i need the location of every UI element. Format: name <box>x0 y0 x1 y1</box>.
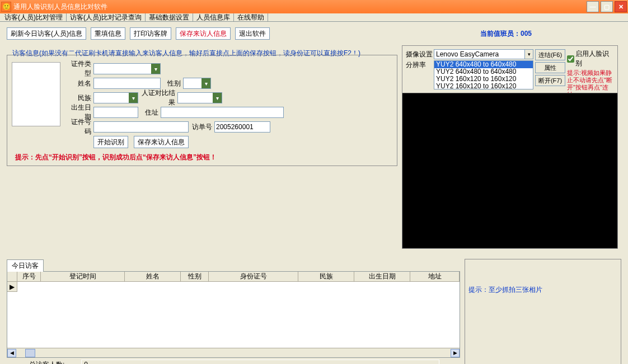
chevron-down-icon: ▾ <box>201 78 210 88</box>
camera-device-value: Lenovo EasyCamera <box>436 50 499 58</box>
row-indicator-header <box>7 272 17 281</box>
resolution-option[interactable]: YUY2 160x120 to 160x120 <box>434 83 533 89</box>
name-input[interactable] <box>93 78 161 89</box>
tab-today-visitors[interactable]: 今日访客 <box>7 259 44 272</box>
start-recognition-button[interactable]: 开始识别 <box>93 136 128 148</box>
app-icon: 🙂 <box>1 2 11 12</box>
addr-label: 住址 <box>138 108 161 117</box>
close-button[interactable]: ✕ <box>615 1 627 12</box>
visitor-table: 序号 登记时间 姓名 性别 身份证号 民族 出生日期 地址 ▶ ◀ ▶ <box>7 271 460 358</box>
reset-info-button[interactable]: 重填信息 <box>91 27 125 40</box>
photo-placeholder <box>12 62 60 126</box>
addr-input[interactable] <box>161 107 284 118</box>
refresh-today-visitors-button[interactable]: 刷新今日访客(人员)信息 <box>7 27 86 40</box>
save-visitor-button[interactable]: 保存来访人信息 <box>134 136 189 148</box>
gender-select[interactable]: ▾ <box>183 78 211 89</box>
nation-select[interactable]: ▾ <box>93 92 138 103</box>
menu-personnel-db[interactable]: 人员信息库 <box>193 13 234 22</box>
titlebar: 🙂 通用人脸识别人员信息比对软件 — ▢ ✕ <box>0 0 628 13</box>
window-title: 通用人脸识别人员信息比对软件 <box>13 2 587 12</box>
capture-hint-panel: 提示：至少抓拍三张相片 <box>465 259 621 364</box>
minimize-button[interactable]: — <box>587 1 599 12</box>
menu-online-help[interactable]: 在线帮助 <box>234 13 268 22</box>
chevron-down-icon: ▾ <box>213 93 222 103</box>
recognition-hint: 提示：先点“开始识别”按钮，识别成功后点“保存来访人信息”按钮！ <box>15 153 217 162</box>
col-birth[interactable]: 出生日期 <box>354 272 410 281</box>
compare-result-label: 人证对比结果 <box>138 88 177 107</box>
save-visitor-info-button[interactable]: 保存来访人信息 <box>176 27 231 40</box>
chevron-down-icon: ▾ <box>524 50 533 59</box>
properties-button[interactable]: 属性 <box>535 62 565 73</box>
resolution-list[interactable]: YUY2 640x480 to 640x480 YUY2 640x480 to … <box>434 60 533 89</box>
id-no-input[interactable] <box>93 121 189 133</box>
id-type-select[interactable]: ▾ <box>93 63 161 74</box>
compare-result-select[interactable]: ▾ <box>177 92 222 103</box>
table-body: ▶ <box>7 282 460 348</box>
total-visitors-label: 总访客人数: <box>29 360 64 365</box>
nation-label: 民族 <box>65 93 93 103</box>
video-preview <box>402 93 617 248</box>
scroll-thumb[interactable] <box>25 349 35 357</box>
menu-base-data-settings[interactable]: 基础数据设置 <box>146 13 193 22</box>
camera-device-select[interactable]: Lenovo EasyCamera ▾ <box>434 49 533 59</box>
disconnect-button[interactable]: 断开(F7) <box>535 75 565 86</box>
capture-hint: 提示：至少抓拍三张相片 <box>468 285 617 295</box>
col-gender[interactable]: 性别 <box>181 272 209 281</box>
col-id-no[interactable]: 身份证号 <box>209 272 298 281</box>
col-nation[interactable]: 民族 <box>298 272 354 281</box>
visit-no-label: 访单号 <box>189 122 214 132</box>
name-label: 姓名 <box>65 79 93 88</box>
visitor-info-fieldset: 证件类型 ▾ 姓名 性别 ▾ 民族 ▾ 人证对比结果 ▾ 出生日期 <box>7 55 397 166</box>
connect-button[interactable]: 连结(F6) <box>535 49 565 60</box>
current-row-marker: ▶ <box>7 282 17 292</box>
resolution-label: 分辨率 <box>406 60 434 70</box>
total-visitors-value: 0 <box>81 360 439 364</box>
col-seq[interactable]: 序号 <box>17 272 41 281</box>
menubar: 访客(人员)比对管理 访客(人员)比对记录查询 基础数据设置 人员信息库 在线帮… <box>0 13 628 22</box>
birth-input[interactable] <box>93 107 138 118</box>
visit-no-input[interactable] <box>214 121 270 133</box>
maximize-button[interactable]: ▢ <box>601 1 613 12</box>
print-visitor-card-button[interactable]: 打印访客牌 <box>130 27 171 40</box>
scroll-left-icon[interactable]: ◀ <box>7 349 16 357</box>
enable-face-recognition-checkbox[interactable]: 启用人脸识别 <box>567 49 614 68</box>
horizontal-scrollbar[interactable]: ◀ ▶ <box>7 348 460 357</box>
camera-setting-label: 摄像设置 <box>406 50 434 59</box>
scroll-right-icon[interactable]: ▶ <box>451 349 460 357</box>
id-no-label: 证件号码 <box>65 117 93 136</box>
exit-software-button[interactable]: 退出软件 <box>235 27 270 40</box>
col-reg-time[interactable]: 登记时间 <box>41 272 125 281</box>
chevron-down-icon: ▾ <box>151 64 160 74</box>
chevron-down-icon: ▾ <box>129 93 138 103</box>
col-name[interactable]: 姓名 <box>125 272 181 281</box>
current-shift-label: 当前值班员：005 <box>480 29 621 39</box>
enable-face-recognition-input[interactable] <box>567 55 574 63</box>
camera-fieldset: 摄像设置 Lenovo EasyCamera ▾ 分辨率 YUY2 640x48… <box>402 45 618 249</box>
gender-label: 性别 <box>161 79 183 88</box>
menu-visitor-compare-mgmt[interactable]: 访客(人员)比对管理 <box>1 13 67 22</box>
id-type-label: 证件类型 <box>65 59 93 78</box>
menu-visitor-compare-query[interactable]: 访客(人员)比对记录查询 <box>67 13 146 22</box>
col-addr[interactable]: 地址 <box>410 272 460 281</box>
